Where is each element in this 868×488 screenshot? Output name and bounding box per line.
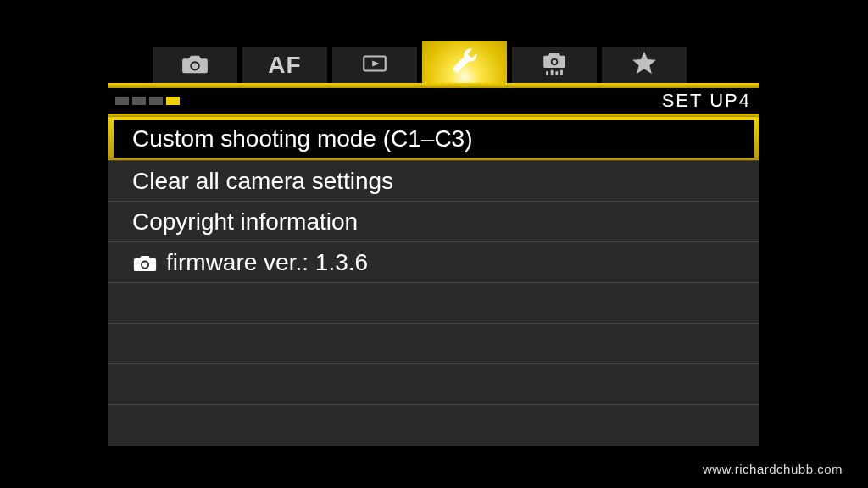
svg-point-1 [192, 63, 198, 69]
page-dot-3 [149, 97, 163, 105]
menu-item-firmware[interactable]: firmware ver.: 1.3.6 [108, 242, 760, 283]
svg-point-10 [142, 262, 147, 267]
svg-point-4 [553, 59, 557, 64]
page-indicator[interactable] [115, 97, 180, 105]
menu-item-label: Copyright information [132, 208, 358, 236]
menu-item-copyright-info[interactable]: Copyright information [108, 202, 760, 242]
svg-rect-5 [546, 71, 548, 75]
svg-rect-7 [555, 71, 558, 75]
camera-dots-icon [540, 49, 569, 81]
camera-menu-screen: AF SET [108, 41, 760, 447]
menu-item-label: Custom shooting mode (C1–C3) [132, 125, 473, 152]
menu-item-empty [108, 364, 760, 405]
tab-custom[interactable] [512, 47, 597, 83]
tab-playback[interactable] [332, 47, 417, 83]
menu-item-custom-shooting-mode[interactable]: Custom shooting mode (C1–C3) [108, 117, 760, 161]
star-icon [630, 49, 659, 81]
menu-list: Custom shooting mode (C1–C3) Clear all c… [108, 117, 760, 446]
camera-icon [132, 252, 158, 273]
menu-item-empty [108, 283, 760, 324]
page-dot-2 [132, 97, 146, 105]
menu-item-empty [108, 324, 760, 364]
menu-item-empty [108, 405, 760, 446]
menu-item-label: Clear all camera settings [132, 168, 393, 195]
page-dot-4 [166, 97, 180, 105]
tab-mymenu[interactable] [602, 47, 687, 83]
camera-icon [181, 49, 209, 81]
section-label: SET UP4 [662, 90, 751, 112]
page-dot-1 [115, 97, 129, 105]
play-icon [360, 49, 389, 81]
watermark: www.richardchubb.com [703, 462, 843, 476]
menu-item-label: firmware ver.: 1.3.6 [166, 249, 368, 276]
top-tabs: AF [108, 41, 760, 83]
tab-af[interactable]: AF [242, 47, 327, 83]
svg-rect-8 [560, 70, 563, 75]
svg-rect-6 [551, 70, 554, 75]
subheader: SET UP4 [108, 88, 760, 114]
wrench-icon [448, 44, 481, 80]
tab-shoot[interactable] [153, 47, 237, 83]
tab-setup[interactable] [422, 41, 507, 83]
af-label: AF [268, 52, 301, 79]
menu-item-clear-all-settings[interactable]: Clear all camera settings [108, 161, 760, 202]
